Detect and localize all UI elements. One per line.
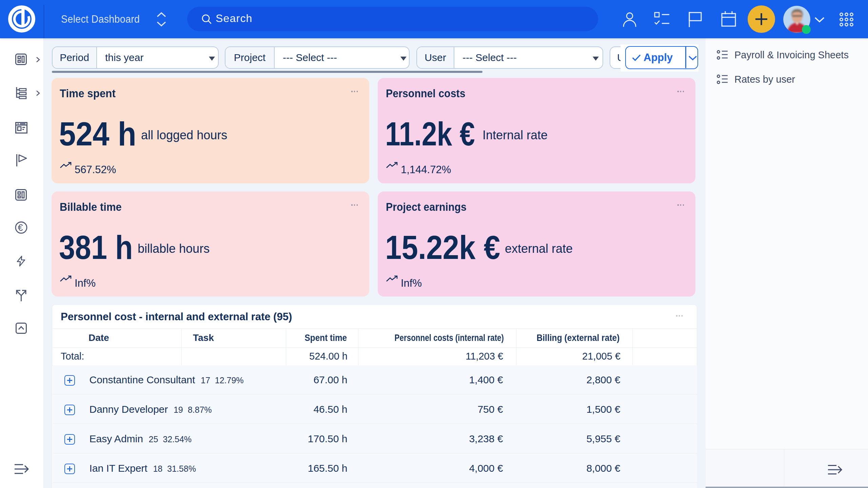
svg-text:€: € [18,223,23,233]
